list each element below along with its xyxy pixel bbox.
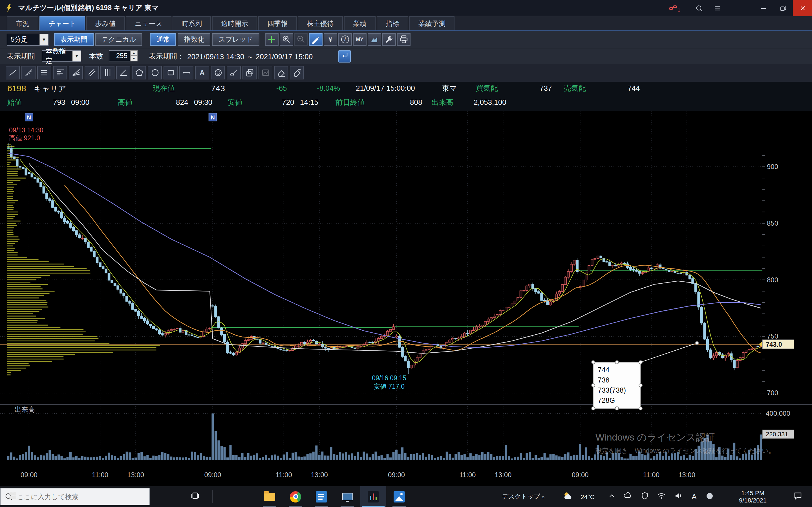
settings-wrench-button[interactable] (382, 33, 396, 46)
candle-body (395, 336, 398, 337)
tab-11[interactable]: 業績予測 (409, 16, 455, 31)
bar-count-stepper[interactable]: ▲▼ (109, 50, 138, 61)
volume-bar (155, 456, 158, 460)
chart-style-button[interactable] (368, 33, 381, 46)
pentagon-tool[interactable] (132, 66, 146, 79)
ime-disc-icon[interactable] (703, 486, 716, 507)
spread-button[interactable]: スプレッド (212, 33, 259, 46)
market-name: 東マ (442, 82, 457, 95)
eraser-all-tool[interactable] (290, 66, 304, 79)
image-tool-tool[interactable] (258, 66, 272, 79)
tab-2[interactable]: チャート (40, 16, 85, 31)
zoom-out-button[interactable] (294, 33, 308, 46)
trendline-tool[interactable] (6, 66, 20, 79)
volume-speaker-icon[interactable] (671, 486, 686, 507)
network-wifi-icon[interactable] (654, 486, 669, 507)
start-button[interactable] (0, 486, 26, 507)
technical-button[interactable]: テクニカル (95, 33, 142, 46)
spin-up-icon[interactable]: ▲ (130, 50, 138, 56)
my-chart-button[interactable]: MY (353, 33, 366, 46)
candle-body (191, 335, 193, 336)
tray-chevron-up-icon[interactable] (606, 486, 618, 507)
volume-bar (315, 446, 317, 460)
add-indicator-button[interactable] (265, 33, 278, 46)
tab-1[interactable]: 市況 (7, 16, 38, 31)
taskbar-app-notes[interactable] (308, 486, 335, 507)
draw-mode-button[interactable] (309, 33, 322, 46)
icon-stamp-tool[interactable] (211, 66, 225, 79)
tab-6[interactable]: 適時開示 (212, 16, 257, 31)
taskbar-clock[interactable]: 1:45 PM 9/18/2021 (728, 486, 777, 507)
horizontal-lines-tool[interactable] (37, 66, 51, 79)
ime-mode-indicator[interactable]: A (688, 486, 700, 507)
search-input[interactable] (17, 493, 141, 501)
search-icon[interactable] (690, 0, 708, 16)
volume-bar (647, 453, 649, 460)
info-button[interactable]: i (338, 33, 352, 46)
link-icon[interactable]: 1 (665, 0, 683, 16)
zoom-in-button[interactable] (280, 33, 293, 46)
minimize-button[interactable] (755, 0, 772, 16)
volume-profile-bar (7, 189, 13, 190)
taskbar-separator (212, 490, 213, 503)
rectangle-tool[interactable] (163, 66, 177, 79)
reset-range-button[interactable] (338, 50, 351, 62)
text-tool-tool[interactable]: A (195, 66, 209, 79)
onedrive-cloud-icon[interactable] (620, 486, 635, 507)
period-mode-select[interactable]: 本数指定▼ (42, 50, 81, 62)
volume-bar (517, 457, 519, 460)
candle-body (600, 256, 602, 258)
vertical-lines-tool[interactable] (100, 66, 114, 79)
taskbar-app-photos[interactable] (386, 486, 412, 507)
tab-8[interactable]: 株主優待 (298, 16, 343, 31)
security-shield-icon[interactable] (637, 486, 652, 507)
volume-bar (318, 455, 320, 460)
angle-line-tool[interactable] (116, 66, 130, 79)
eraser-tool[interactable] (274, 66, 288, 79)
task-view-button[interactable] (184, 486, 206, 507)
maximize-button[interactable] (774, 0, 792, 16)
price-chart[interactable]: 09:0011:0013:0009:0011:0013:0009:0011:00… (0, 111, 812, 486)
volume-bar (715, 457, 718, 460)
candle-body (662, 269, 664, 269)
tab-7[interactable]: 四季報 (258, 16, 297, 31)
volume-profile-bar (7, 245, 13, 246)
tab-4[interactable]: ニュース (126, 16, 171, 31)
ruler-tool[interactable] (21, 66, 36, 79)
indexed-button[interactable]: 指数化 (178, 33, 211, 46)
taskbar-app-chrome[interactable] (283, 486, 308, 507)
volume-bar (179, 457, 181, 460)
action-center-icon[interactable] (788, 486, 808, 507)
duplicate-tool[interactable] (243, 66, 257, 79)
desktop-peek[interactable]: デスクトップ » (501, 486, 546, 507)
display-period-button[interactable]: 表示期間 (54, 33, 94, 46)
timeframe-select[interactable]: 5分足▼ (7, 34, 49, 45)
weather-temp[interactable]: 24°C (576, 486, 599, 507)
volume-bar (511, 459, 513, 460)
tab-3[interactable]: 歩み値 (86, 16, 125, 31)
ellipse-tool[interactable] (148, 66, 162, 79)
taskbar-app-remote[interactable] (335, 486, 360, 507)
volume-bar (111, 455, 113, 460)
tab-10[interactable]: 指標 (377, 16, 408, 31)
yen-scale-button[interactable]: ¥ (324, 33, 337, 46)
parallel-channel-tool[interactable] (85, 66, 99, 79)
menu-icon[interactable] (708, 0, 726, 16)
spin-down-icon[interactable]: ▼ (130, 56, 138, 61)
price-lines-tool[interactable] (53, 66, 67, 79)
bar-count-input[interactable] (109, 50, 130, 61)
news-marker-glyph: N (27, 114, 31, 121)
close-button[interactable] (793, 0, 812, 16)
tab-5[interactable]: 時系列 (172, 16, 211, 31)
taskbar-app-trading[interactable] (360, 486, 386, 507)
normal-button[interactable]: 通常 (150, 33, 176, 46)
taskbar-app-explorer[interactable] (257, 486, 283, 507)
print-button[interactable] (397, 33, 410, 46)
horizontal-segment-tool[interactable] (179, 66, 193, 79)
candle-body (674, 271, 676, 273)
candle-body (129, 301, 131, 303)
fan-lines-tool[interactable] (69, 66, 83, 79)
time-axis-label: 11:00 (459, 471, 476, 478)
marker-pen-tool[interactable] (227, 66, 241, 79)
tab-9[interactable]: 業績 (344, 16, 375, 31)
